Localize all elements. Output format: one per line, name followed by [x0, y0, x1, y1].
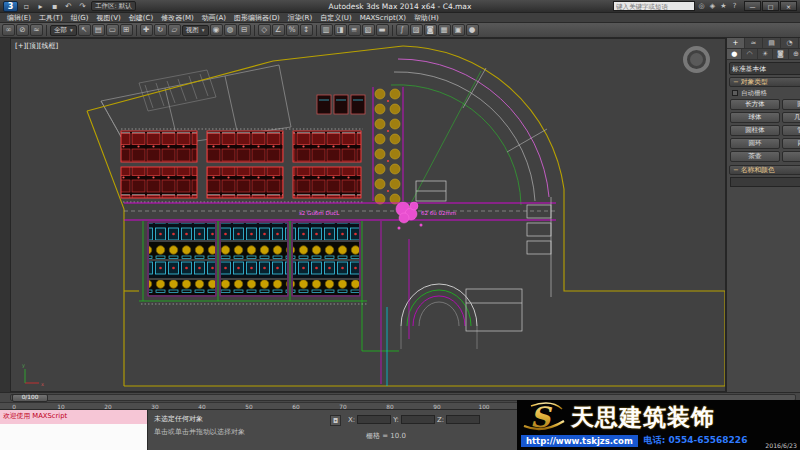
window-crossing-icon[interactable]: ⊞: [120, 24, 133, 36]
rollout-object-type[interactable]: − 对象类型: [729, 77, 800, 87]
button-torus[interactable]: 圆环: [730, 138, 780, 149]
select-and-link-icon[interactable]: ∞: [2, 24, 15, 36]
main-toolbar: ∞ ⊘ ≈ 全部▾ ↖ ▤ ▭ ⊞ ✚ ↻ ▱ 视图▾ ◉ ◍ ⊟ ◇ ∠ % …: [0, 23, 800, 38]
button-tube[interactable]: 管状体: [782, 125, 800, 136]
selection-filter-dropdown[interactable]: 全部▾: [50, 25, 77, 36]
mirror-icon[interactable]: ◨: [334, 24, 347, 36]
rollout-name-color[interactable]: − 名称和颜色: [729, 165, 800, 175]
schematic-view-icon[interactable]: ▨: [410, 24, 423, 36]
subtab-lights-icon[interactable]: ☀: [758, 49, 773, 59]
button-plane[interactable]: 平面: [782, 151, 800, 162]
select-by-name-icon[interactable]: ▤: [92, 24, 105, 36]
select-and-manipulate-icon[interactable]: ◍: [224, 24, 237, 36]
menu-group[interactable]: 组(G): [67, 13, 93, 23]
tab-hierarchy-icon[interactable]: ▤: [763, 38, 781, 48]
button-teapot[interactable]: 茶壶: [730, 151, 780, 162]
subtab-shapes-icon[interactable]: ◠: [742, 49, 757, 59]
coord-z-field[interactable]: [446, 415, 480, 424]
new-scene-icon[interactable]: ▫: [21, 1, 32, 12]
rendered-frame-icon[interactable]: ▣: [452, 24, 465, 36]
button-geosphere[interactable]: 几何球体: [782, 112, 800, 123]
spinner-snap-icon[interactable]: ↕: [300, 24, 313, 36]
viewport-label[interactable]: [+][顶][线框]: [15, 41, 58, 51]
coord-x-field[interactable]: [357, 415, 391, 424]
communication-center-icon[interactable]: ◈: [708, 2, 717, 10]
select-object-icon[interactable]: ↖: [78, 24, 91, 36]
application-menu-button[interactable]: 3: [3, 1, 18, 12]
percent-snap-icon[interactable]: %: [286, 24, 299, 36]
favorites-icon[interactable]: ★: [719, 2, 728, 10]
open-file-icon[interactable]: ▸: [35, 1, 46, 12]
reference-coordinate-dropdown[interactable]: 视图▾: [182, 25, 209, 36]
cad-drawing: s2 Gu6m DucL 62 6u 02mm: [11, 39, 726, 392]
button-pyramid[interactable]: 四棱锥: [782, 138, 800, 149]
coord-y-field[interactable]: [401, 415, 435, 424]
button-cylinder[interactable]: 圆柱体: [730, 125, 780, 136]
fan-arcs: [391, 59, 549, 207]
render-production-icon[interactable]: ●: [466, 24, 479, 36]
unlink-selection-icon[interactable]: ⊘: [16, 24, 29, 36]
menu-modifiers[interactable]: 修改器(M): [157, 13, 198, 23]
svg-text:62 6u 02mm: 62 6u 02mm: [421, 210, 456, 216]
rectangular-selection-icon[interactable]: ▭: [106, 24, 119, 36]
button-box[interactable]: 长方体: [730, 99, 780, 110]
autogrid-checkbox[interactable]: [732, 90, 738, 96]
menu-views[interactable]: 视图(V): [93, 13, 125, 23]
align-icon[interactable]: ≡: [348, 24, 361, 36]
menu-tools[interactable]: 工具(T): [35, 13, 67, 23]
minimize-button[interactable]: —: [744, 1, 761, 11]
menu-edit[interactable]: 编辑(E): [3, 13, 35, 23]
close-button[interactable]: ×: [780, 1, 797, 11]
menu-graph-editors[interactable]: 图形编辑器(D): [230, 13, 284, 23]
object-name-input[interactable]: [730, 177, 800, 187]
use-pivot-center-icon[interactable]: ◉: [210, 24, 223, 36]
geometry-category-dropdown[interactable]: 标准基本体 ▾: [729, 62, 800, 75]
redo-icon[interactable]: ↷: [77, 1, 88, 12]
viewport-top[interactable]: [+][顶][线框]: [10, 38, 726, 392]
ribbon-toggle-icon[interactable]: ▬: [376, 24, 389, 36]
button-cone[interactable]: 圆锥体: [782, 99, 800, 110]
menu-help[interactable]: 帮助(H): [410, 13, 443, 23]
select-and-rotate-icon[interactable]: ↻: [154, 24, 167, 36]
infocenter-search-icon[interactable]: ◎: [697, 2, 706, 10]
layer-manager-icon[interactable]: ▧: [362, 24, 375, 36]
snaps-toggle-icon[interactable]: ◇: [258, 24, 271, 36]
listener-script-row[interactable]: [0, 424, 147, 450]
bind-to-space-warp-icon[interactable]: ≈: [30, 24, 43, 36]
save-file-icon[interactable]: ▪: [49, 1, 60, 12]
undo-icon[interactable]: ↶: [63, 1, 74, 12]
workspace-selector[interactable]: 工作区: 默认: [91, 1, 136, 11]
subtab-helpers-icon[interactable]: ⊕: [789, 49, 800, 59]
maxscript-mini-listener[interactable]: 欢迎使用 MAXScript: [0, 410, 148, 450]
subtab-cameras-icon[interactable]: ◙: [773, 49, 788, 59]
named-selection-sets-icon[interactable]: ▥: [320, 24, 333, 36]
tab-motion-icon[interactable]: ◔: [781, 38, 799, 48]
angle-snap-icon[interactable]: ∠: [272, 24, 285, 36]
listener-macro-row[interactable]: 欢迎使用 MAXScript: [0, 410, 147, 424]
grid-size-label: 栅格 = 10.0: [366, 431, 406, 441]
coord-z-label: Z:: [437, 416, 444, 424]
subtab-geometry-icon[interactable]: ●: [727, 49, 742, 59]
tab-modify-icon[interactable]: ≈: [745, 38, 763, 48]
right-structures: [466, 205, 551, 331]
render-setup-icon[interactable]: ▦: [438, 24, 451, 36]
button-sphere[interactable]: 球体: [730, 112, 780, 123]
menu-animation[interactable]: 动画(A): [198, 13, 230, 23]
help-icon[interactable]: ?: [730, 2, 739, 10]
maximize-button[interactable]: □: [762, 1, 779, 11]
infocenter-search-input[interactable]: [613, 1, 695, 11]
tab-create-icon[interactable]: +: [727, 38, 745, 48]
time-slider[interactable]: 0/100: [12, 394, 48, 402]
menu-rendering[interactable]: 渲染(R): [284, 13, 316, 23]
material-editor-icon[interactable]: ◙: [424, 24, 437, 36]
curve-editor-icon[interactable]: ∫: [396, 24, 409, 36]
select-and-move-icon[interactable]: ✚: [140, 24, 153, 36]
select-and-scale-icon[interactable]: ▱: [168, 24, 181, 36]
viewcube[interactable]: [683, 46, 710, 73]
menu-create[interactable]: 创建(C): [125, 13, 157, 23]
menu-customize[interactable]: 自定义(U): [316, 13, 356, 23]
menu-maxscript[interactable]: MAXScript(X): [356, 14, 410, 22]
keyboard-override-icon[interactable]: ⊟: [238, 24, 251, 36]
menu-bar: 编辑(E) 工具(T) 组(G) 视图(V) 创建(C) 修改器(M) 动画(A…: [0, 13, 800, 23]
selection-lock-icon[interactable]: ◘: [330, 415, 341, 426]
